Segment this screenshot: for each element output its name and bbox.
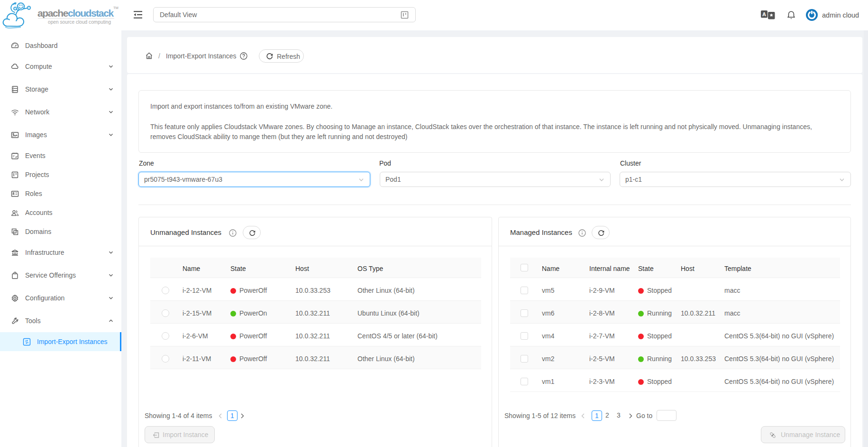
svg-text:open source cloud computing: open source cloud computing	[48, 19, 111, 25]
svg-text:apachecloudstack: apachecloudstack	[37, 8, 114, 19]
svg-text:A: A	[762, 11, 766, 17]
svg-text:TM: TM	[113, 6, 119, 10]
